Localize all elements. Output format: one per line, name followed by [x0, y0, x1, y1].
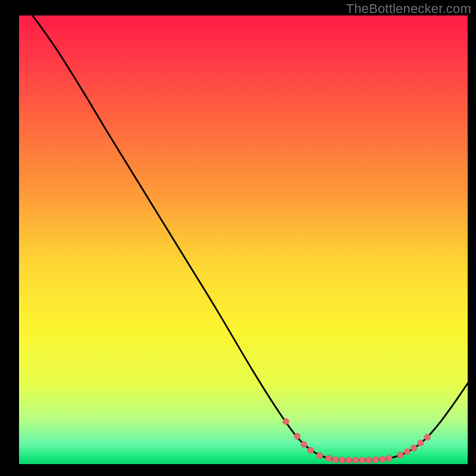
curve-marker	[301, 441, 307, 447]
curve-marker	[332, 456, 338, 462]
curve-marker	[411, 445, 416, 451]
curve-marker	[424, 434, 430, 440]
curve-marker	[418, 440, 424, 446]
curve-marker	[346, 457, 352, 463]
curve-marker	[397, 452, 403, 458]
chart-frame: TheBottlenecker.com	[0, 0, 476, 476]
gradient-plot-area	[19, 15, 468, 464]
curve-marker	[339, 457, 345, 463]
plot-svg	[19, 15, 468, 464]
curve-marker	[308, 447, 314, 453]
curve-marker	[380, 456, 386, 462]
curve-marker	[372, 456, 378, 462]
curve-marker	[366, 457, 372, 463]
curve-marker	[404, 449, 410, 455]
curve-marker	[317, 452, 322, 458]
curve-marker	[325, 455, 331, 461]
curve-marker	[283, 418, 289, 424]
curve-marker	[294, 433, 300, 439]
curve-marker	[386, 455, 392, 461]
curve-marker	[352, 457, 358, 463]
watermark-text: TheBottlenecker.com	[346, 1, 471, 17]
gradient-background	[19, 15, 468, 464]
curve-marker	[359, 457, 365, 463]
